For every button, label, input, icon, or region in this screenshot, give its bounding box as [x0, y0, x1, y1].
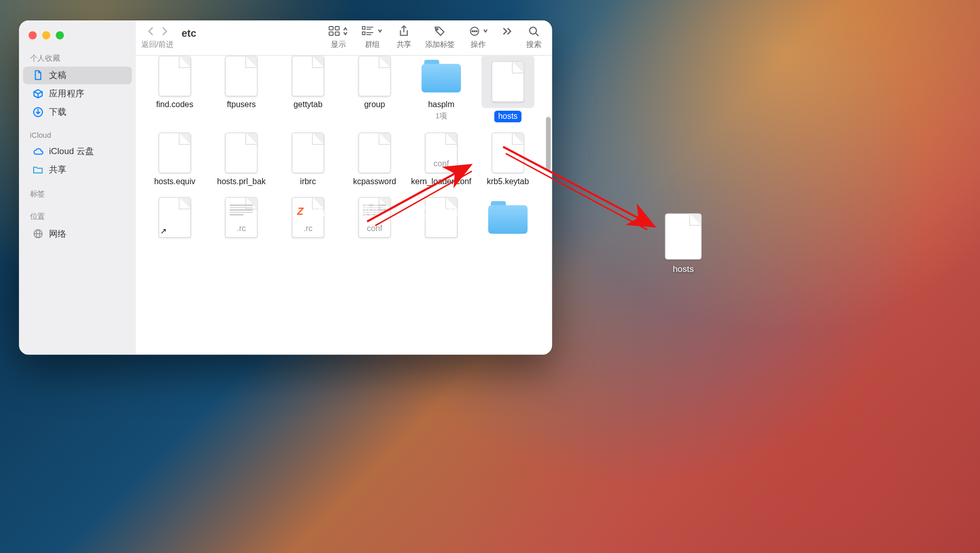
sidebar-section-header: 位置	[19, 209, 136, 224]
window-title: etc	[182, 24, 197, 39]
file-name: group	[364, 100, 385, 110]
file-item[interactable]: confkern_loader.conf	[408, 129, 475, 190]
svg-point-14	[436, 29, 438, 30]
zoom-button[interactable]	[56, 31, 64, 39]
window-controls	[19, 29, 136, 46]
file-name: gettytab	[293, 100, 323, 110]
sidebar: 个人收藏文稿应用程序下载iCloudiCloud 云盘共享标签位置网络	[19, 20, 136, 355]
file-item[interactable]: hosts	[475, 56, 542, 125]
minimize-button[interactable]	[42, 31, 51, 39]
document-icon	[225, 56, 258, 96]
desktop-file-label: hosts	[673, 264, 694, 275]
file-subtitle: 1项	[435, 111, 447, 121]
tag-button[interactable]: 添加标签	[420, 24, 460, 49]
watermark-badge: Z	[292, 203, 309, 219]
watermark: Z www.MacZ.com	[292, 200, 459, 222]
file-item[interactable]: hosts.prl_bak	[208, 129, 275, 190]
share-button[interactable]: 共享	[391, 24, 417, 49]
file-item[interactable]: kcpassword	[341, 129, 408, 190]
svg-rect-4	[329, 27, 333, 30]
overflow-button[interactable]	[496, 24, 518, 47]
shared-folder-icon	[33, 164, 43, 175]
sidebar-item[interactable]: 应用程序	[23, 85, 132, 103]
sidebar-item-label: 共享	[49, 164, 67, 176]
svg-point-16	[472, 31, 473, 32]
file-item[interactable]: hasplm1项	[408, 56, 475, 125]
document-icon: .rc	[225, 197, 258, 238]
app-icon	[33, 88, 43, 99]
file-item[interactable]: ↗	[141, 194, 208, 241]
document-icon: conf	[425, 133, 458, 173]
sidebar-section-header: 个人收藏	[19, 51, 136, 66]
file-name: hosts.prl_bak	[217, 177, 265, 187]
main-pane: 返回/前进 etc 显示 群组	[136, 20, 552, 355]
file-item[interactable]: hosts.equiv	[141, 129, 208, 190]
document-icon	[33, 70, 43, 81]
file-item[interactable]	[475, 194, 542, 241]
action-button[interactable]: 操作	[463, 24, 494, 49]
file-item[interactable]: ftpusers	[208, 56, 275, 125]
document-icon	[158, 56, 191, 96]
sidebar-item[interactable]: 网络	[23, 225, 132, 243]
sidebar-section-header: iCloud	[19, 129, 136, 142]
file-name: ftpusers	[227, 100, 256, 110]
document-icon	[225, 133, 258, 173]
sidebar-item-label: 网络	[49, 228, 67, 240]
sidebar-item[interactable]: 下载	[23, 103, 132, 121]
file-name: hosts	[494, 111, 522, 122]
sidebar-item[interactable]: 共享	[23, 161, 132, 179]
folder-icon	[488, 201, 527, 234]
finder-window: 个人收藏文稿应用程序下载iCloudiCloud 云盘共享标签位置网络 返回/前…	[19, 20, 552, 355]
svg-line-20	[536, 33, 538, 36]
file-name: krb5.keytab	[487, 177, 529, 187]
svg-point-18	[476, 31, 477, 32]
file-name: kern_loader.conf	[411, 177, 471, 187]
file-name: irbrc	[300, 177, 316, 187]
document-icon	[158, 133, 191, 173]
group-button[interactable]: 群组	[356, 24, 388, 49]
cloud-icon	[33, 146, 43, 157]
view-mode-button[interactable]: 显示	[323, 24, 354, 49]
file-name: find.codes	[156, 100, 193, 110]
file-item[interactable]: group	[341, 56, 408, 125]
document-icon	[492, 61, 524, 102]
svg-point-19	[530, 27, 536, 34]
close-button[interactable]	[29, 31, 37, 39]
back-button[interactable]	[146, 26, 155, 37]
svg-rect-7	[335, 32, 339, 36]
sidebar-item-label: 文稿	[49, 69, 67, 82]
folder-icon	[422, 60, 461, 92]
toolbar: 返回/前进 etc 显示 群组	[136, 20, 552, 56]
forward-button[interactable]	[160, 26, 168, 37]
file-name: hasplm	[428, 100, 455, 110]
document-icon: ↗	[158, 197, 191, 238]
document-icon	[291, 133, 324, 173]
sidebar-item[interactable]: iCloud 云盘	[23, 143, 132, 161]
document-icon	[665, 213, 702, 260]
file-item[interactable]: gettytab	[275, 56, 341, 125]
file-item[interactable]: find.codes	[141, 56, 208, 125]
file-item[interactable]: .rc	[208, 194, 275, 241]
file-item[interactable]: krb5.keytab	[475, 129, 542, 190]
nav-label: 返回/前进	[141, 39, 174, 49]
sidebar-item-label: iCloud 云盘	[49, 145, 94, 158]
sidebar-section-header: 标签	[19, 186, 136, 202]
search-button[interactable]: 搜索	[521, 24, 547, 49]
file-item[interactable]: irbrc	[275, 129, 341, 190]
document-icon	[358, 56, 391, 96]
svg-point-17	[474, 31, 475, 32]
document-icon	[358, 133, 391, 173]
document-icon	[291, 56, 324, 96]
file-name: hosts.equiv	[154, 177, 195, 187]
desktop-file-hosts[interactable]: hosts	[665, 213, 702, 274]
download-icon	[33, 107, 43, 117]
svg-rect-8	[362, 27, 365, 29]
sidebar-item[interactable]: 文稿	[23, 67, 132, 85]
svg-rect-5	[335, 27, 339, 30]
sidebar-item-label: 应用程序	[49, 88, 84, 100]
document-icon	[492, 133, 524, 173]
globe-icon	[33, 229, 43, 239]
file-name: kcpassword	[353, 177, 396, 187]
scrollbar-thumb[interactable]	[546, 117, 551, 171]
svg-rect-9	[362, 32, 365, 35]
